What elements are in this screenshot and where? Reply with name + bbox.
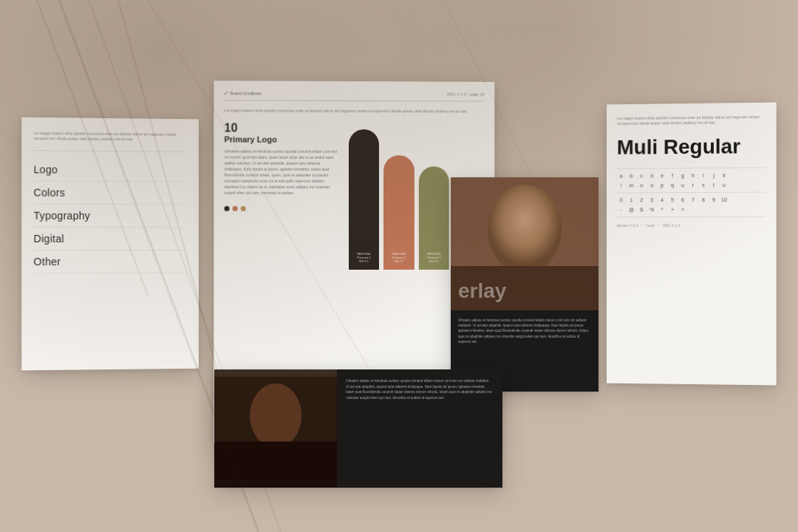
typo-footer-lead: Lead bbox=[647, 223, 655, 228]
dark-portrait bbox=[214, 369, 337, 488]
overlay-text: erlay bbox=[458, 279, 506, 303]
dot-gold bbox=[241, 205, 246, 211]
toc-item-other[interactable]: Other bbox=[33, 250, 187, 273]
typo-symbols: - @ $ % ^ + > bbox=[617, 206, 766, 212]
typo-font-name: Muli Regular bbox=[617, 135, 766, 160]
photo-bottom-text: Uthatem adipisc et hendrast sunduc opudi… bbox=[458, 318, 591, 344]
brand-body-text: Udhatem adipisc et hendrast sunduc opudi… bbox=[224, 148, 338, 195]
swatch-terracotta: PANTONEPantone 2000 TC bbox=[383, 155, 415, 270]
typo-footer: Section 7.0 A > Lead > 2021 V 1.0 bbox=[617, 223, 766, 228]
dot-dark bbox=[224, 205, 229, 211]
svg-rect-11 bbox=[214, 442, 337, 481]
toc-page: Lor magot matens wtha quindici consoctuo… bbox=[21, 117, 199, 371]
typo-arrow-1: > bbox=[641, 223, 644, 227]
typo-arrow-2: > bbox=[658, 223, 660, 227]
dark-body-text: Uthatem adipisc et hendrast sunduc opudi… bbox=[346, 378, 494, 401]
dark-text-section: Uthatem adipisc et hendrast sunduc opudi… bbox=[337, 369, 502, 488]
toc-divider bbox=[33, 150, 187, 152]
toc-item-typography[interactable]: Typography bbox=[33, 205, 187, 228]
brand-page-number: 10 bbox=[224, 121, 338, 135]
swatch-dark-label: PANTONEPantone 1000 TC bbox=[352, 252, 377, 264]
brand-divider-top bbox=[224, 100, 484, 101]
dark-page: Uthatem adipisc et hendrast sunduc opudi… bbox=[214, 369, 502, 488]
typo-divider-1 bbox=[617, 167, 766, 168]
typo-numbers: 0 1 2 3 4 5 6 7 8 9 10 bbox=[617, 197, 766, 202]
swatch-dark: PANTONEPantone 1000 TC bbox=[349, 129, 380, 269]
typo-alphabet-row1: a b c d e f g h i j k bbox=[617, 172, 766, 178]
brand-header-logo: 🖊 Brand Guidlines bbox=[224, 91, 262, 95]
typo-divider-2 bbox=[617, 191, 766, 193]
photo-top-section: erlay bbox=[451, 177, 598, 310]
toc-header-text: Lor magot matens wtha quindici consoctuo… bbox=[33, 131, 187, 143]
typo-header-text: Lor magot matens wtha quindici consoctuo… bbox=[617, 115, 766, 126]
dot-terracotta bbox=[233, 205, 238, 211]
photo-page: erlay Uthatem adipisc et hendrast sunduc… bbox=[451, 177, 598, 392]
swatch-olive: PANTONEPantone 3000 TC bbox=[419, 166, 449, 270]
swatch-olive-label: PANTONEPantone 3000 TC bbox=[422, 252, 446, 264]
toc-item-digital[interactable]: Digital bbox=[33, 228, 187, 250]
typo-footer-version: 2021 V 1.0 bbox=[662, 223, 680, 228]
typo-footer-section: Section 7.0 A bbox=[617, 223, 638, 228]
brand-small-text: Lor magot matens wtha quindici consoctuo… bbox=[214, 108, 494, 115]
brand-section-title: Primary Logo bbox=[224, 134, 338, 143]
toc-item-colors[interactable]: Colors bbox=[33, 181, 187, 205]
brand-color-dots bbox=[224, 205, 338, 211]
svg-point-10 bbox=[250, 383, 301, 449]
brand-header-version: 2021 V 1.0 · page 10 bbox=[447, 92, 485, 97]
dark-photo-section bbox=[214, 369, 337, 488]
typo-divider-3 bbox=[617, 216, 766, 217]
toc-item-logo[interactable]: Logo bbox=[33, 158, 187, 182]
swatch-terracotta-label: PANTONEPantone 2000 TC bbox=[386, 252, 412, 264]
typo-alphabet-row2: l m n o p q u r s t u bbox=[617, 182, 766, 188]
typography-page: Lor magot matens wtha quindici consoctuo… bbox=[607, 103, 777, 386]
svg-point-7 bbox=[488, 185, 562, 273]
